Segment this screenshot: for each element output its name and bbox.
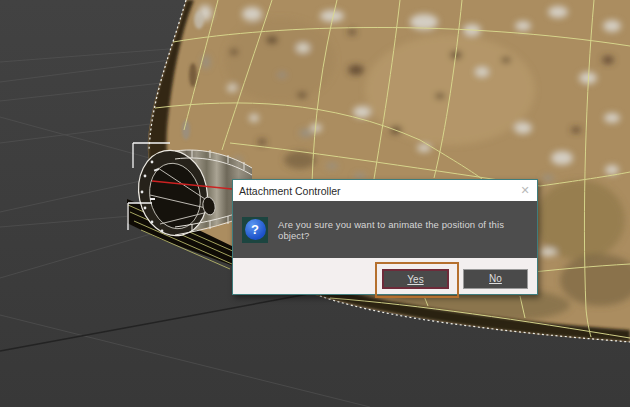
dialog-title: Attachment Controller [239, 185, 517, 197]
dialog-titlebar[interactable]: Attachment Controller ✕ [233, 180, 537, 201]
dialog-message: Are you sure you want to animate the pos… [278, 219, 537, 241]
dialog-body: ? Are you sure you want to animate the p… [233, 201, 537, 258]
yes-button[interactable]: Yes [382, 269, 449, 289]
no-button[interactable]: No [463, 269, 528, 289]
3d-viewport[interactable]: Attachment Controller ✕ ? Are you sure y… [0, 0, 630, 407]
dialog-footer: Yes No [233, 258, 537, 294]
question-icon-tile: ? [242, 217, 268, 243]
question-icon: ? [245, 219, 266, 240]
viewport-grid-dark-line [0, 290, 330, 351]
close-icon[interactable]: ✕ [517, 180, 533, 201]
attachment-controller-dialog: Attachment Controller ✕ ? Are you sure y… [232, 179, 538, 295]
